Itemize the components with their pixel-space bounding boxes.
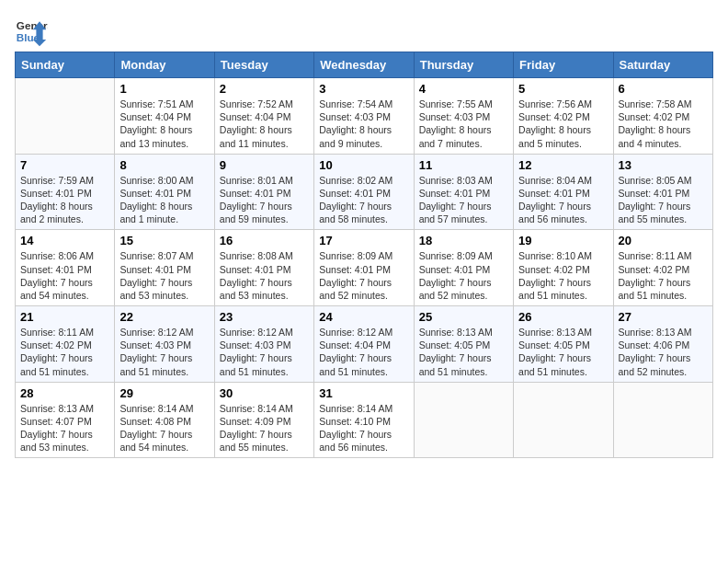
day-number: 20 (619, 234, 708, 247)
day-number: 17 (319, 234, 408, 247)
day-number: 22 (119, 310, 209, 324)
calendar-cell: 27 Sunrise: 8:13 AMSunset: 4:06 PMDaylig… (613, 306, 712, 383)
day-number: 7 (20, 158, 109, 172)
calendar-cell: 17 Sunrise: 8:09 AMSunset: 4:01 PMDaylig… (314, 230, 414, 306)
calendar-cell: 20 Sunrise: 8:11 AMSunset: 4:02 PMDaylig… (613, 230, 712, 306)
day-info: Sunrise: 7:54 AMSunset: 4:03 PMDaylight:… (319, 98, 392, 149)
day-info: Sunrise: 8:12 AMSunset: 4:04 PMDaylight:… (319, 327, 392, 377)
col-header-saturday: Saturday (613, 52, 712, 78)
day-info: Sunrise: 8:06 AMSunset: 4:01 PMDaylight:… (20, 250, 94, 301)
day-number: 3 (319, 82, 408, 96)
svg-text:General: General (17, 19, 48, 31)
calendar-cell: 12 Sunrise: 8:04 AMSunset: 4:01 PMDaylig… (514, 154, 613, 230)
day-number: 18 (419, 234, 508, 247)
calendar-cell: 5 Sunrise: 7:56 AMSunset: 4:02 PMDayligh… (514, 78, 613, 155)
day-info: Sunrise: 8:07 AMSunset: 4:01 PMDaylight:… (119, 250, 193, 301)
day-info: Sunrise: 8:13 AMSunset: 4:06 PMDaylight:… (619, 327, 692, 377)
calendar-cell (16, 78, 115, 155)
day-info: Sunrise: 8:14 AMSunset: 4:10 PMDaylight:… (319, 403, 392, 454)
calendar-cell: 18 Sunrise: 8:09 AMSunset: 4:01 PMDaylig… (414, 230, 513, 306)
day-info: Sunrise: 8:02 AMSunset: 4:01 PMDaylight:… (319, 175, 392, 225)
day-number: 4 (419, 82, 508, 96)
day-number: 28 (20, 386, 109, 400)
day-info: Sunrise: 8:11 AMSunset: 4:02 PMDaylight:… (619, 250, 692, 301)
calendar-cell: 30 Sunrise: 8:14 AMSunset: 4:09 PMDaylig… (214, 382, 313, 458)
day-number: 13 (619, 158, 708, 172)
calendar-cell: 1 Sunrise: 7:51 AMSunset: 4:04 PMDayligh… (115, 78, 214, 155)
day-number: 6 (619, 82, 708, 96)
day-info: Sunrise: 8:04 AMSunset: 4:01 PMDaylight:… (518, 175, 592, 225)
day-info: Sunrise: 7:59 AMSunset: 4:01 PMDaylight:… (20, 175, 94, 225)
calendar-cell: 6 Sunrise: 7:58 AMSunset: 4:02 PMDayligh… (613, 78, 712, 155)
col-header-monday: Monday (115, 52, 214, 78)
day-number: 19 (518, 234, 608, 247)
day-info: Sunrise: 8:14 AMSunset: 4:08 PMDaylight:… (119, 403, 193, 454)
calendar-cell: 7 Sunrise: 7:59 AMSunset: 4:01 PMDayligh… (16, 154, 115, 230)
day-number: 21 (20, 310, 109, 324)
calendar-cell: 4 Sunrise: 7:55 AMSunset: 4:03 PMDayligh… (414, 78, 513, 155)
calendar-cell: 19 Sunrise: 8:10 AMSunset: 4:02 PMDaylig… (514, 230, 613, 306)
col-header-tuesday: Tuesday (214, 52, 313, 78)
calendar-cell: 25 Sunrise: 8:13 AMSunset: 4:05 PMDaylig… (414, 306, 513, 383)
calendar-cell: 13 Sunrise: 8:05 AMSunset: 4:01 PMDaylig… (613, 154, 712, 230)
day-number: 16 (220, 234, 309, 247)
day-info: Sunrise: 8:13 AMSunset: 4:07 PMDaylight:… (20, 403, 94, 454)
day-number: 30 (220, 386, 309, 400)
calendar-cell: 11 Sunrise: 8:03 AMSunset: 4:01 PMDaylig… (414, 154, 513, 230)
day-number: 26 (518, 310, 608, 324)
day-number: 27 (619, 310, 708, 324)
day-number: 23 (220, 310, 309, 324)
day-number: 25 (419, 310, 508, 324)
calendar-cell (613, 382, 712, 458)
day-number: 1 (119, 82, 209, 96)
col-header-friday: Friday (514, 52, 613, 78)
day-info: Sunrise: 8:09 AMSunset: 4:01 PMDaylight:… (319, 250, 392, 301)
day-info: Sunrise: 8:11 AMSunset: 4:02 PMDaylight:… (20, 327, 94, 377)
day-info: Sunrise: 8:03 AMSunset: 4:01 PMDaylight:… (419, 175, 493, 225)
calendar-cell: 16 Sunrise: 8:08 AMSunset: 4:01 PMDaylig… (214, 230, 313, 306)
calendar-cell: 29 Sunrise: 8:14 AMSunset: 4:08 PMDaylig… (115, 382, 214, 458)
day-info: Sunrise: 8:05 AMSunset: 4:01 PMDaylight:… (619, 175, 692, 225)
day-number: 29 (119, 386, 209, 400)
calendar-cell: 21 Sunrise: 8:11 AMSunset: 4:02 PMDaylig… (16, 306, 115, 383)
day-info: Sunrise: 7:55 AMSunset: 4:03 PMDaylight:… (419, 98, 493, 149)
day-info: Sunrise: 8:14 AMSunset: 4:09 PMDaylight:… (220, 403, 293, 454)
day-info: Sunrise: 8:12 AMSunset: 4:03 PMDaylight:… (119, 327, 193, 377)
day-number: 14 (20, 234, 109, 247)
day-info: Sunrise: 8:09 AMSunset: 4:01 PMDaylight:… (419, 250, 493, 301)
calendar-cell: 10 Sunrise: 8:02 AMSunset: 4:01 PMDaylig… (314, 154, 414, 230)
day-number: 12 (518, 158, 608, 172)
calendar-cell: 9 Sunrise: 8:01 AMSunset: 4:01 PMDayligh… (214, 154, 313, 230)
day-info: Sunrise: 8:01 AMSunset: 4:01 PMDaylight:… (220, 175, 293, 225)
day-number: 15 (119, 234, 209, 247)
day-info: Sunrise: 8:13 AMSunset: 4:05 PMDaylight:… (518, 327, 592, 377)
day-info: Sunrise: 8:08 AMSunset: 4:01 PMDaylight:… (220, 250, 293, 301)
calendar-cell: 3 Sunrise: 7:54 AMSunset: 4:03 PMDayligh… (314, 78, 414, 155)
day-number: 24 (319, 310, 408, 324)
day-info: Sunrise: 8:10 AMSunset: 4:02 PMDaylight:… (518, 250, 592, 301)
calendar-cell: 15 Sunrise: 8:07 AMSunset: 4:01 PMDaylig… (115, 230, 214, 306)
logo-icon: General Blue (15, 15, 48, 48)
day-info: Sunrise: 7:51 AMSunset: 4:04 PMDaylight:… (119, 98, 193, 149)
col-header-sunday: Sunday (16, 52, 115, 78)
day-number: 31 (319, 386, 408, 400)
day-info: Sunrise: 7:52 AMSunset: 4:04 PMDaylight:… (220, 98, 293, 149)
day-number: 2 (220, 82, 309, 96)
logo: General Blue (15, 15, 48, 48)
calendar-cell: 23 Sunrise: 8:12 AMSunset: 4:03 PMDaylig… (214, 306, 313, 383)
day-info: Sunrise: 8:00 AMSunset: 4:01 PMDaylight:… (119, 175, 193, 225)
calendar-cell: 14 Sunrise: 8:06 AMSunset: 4:01 PMDaylig… (16, 230, 115, 306)
day-number: 10 (319, 158, 408, 172)
day-number: 5 (518, 82, 608, 96)
page-header: General Blue (15, 15, 713, 48)
calendar-cell: 26 Sunrise: 8:13 AMSunset: 4:05 PMDaylig… (514, 306, 613, 383)
calendar-cell (414, 382, 513, 458)
day-number: 11 (419, 158, 508, 172)
day-number: 9 (220, 158, 309, 172)
day-info: Sunrise: 8:13 AMSunset: 4:05 PMDaylight:… (419, 327, 493, 377)
day-number: 8 (119, 158, 209, 172)
calendar-cell: 31 Sunrise: 8:14 AMSunset: 4:10 PMDaylig… (314, 382, 414, 458)
day-info: Sunrise: 7:58 AMSunset: 4:02 PMDaylight:… (619, 98, 692, 149)
calendar-cell: 24 Sunrise: 8:12 AMSunset: 4:04 PMDaylig… (314, 306, 414, 383)
col-header-thursday: Thursday (414, 52, 513, 78)
